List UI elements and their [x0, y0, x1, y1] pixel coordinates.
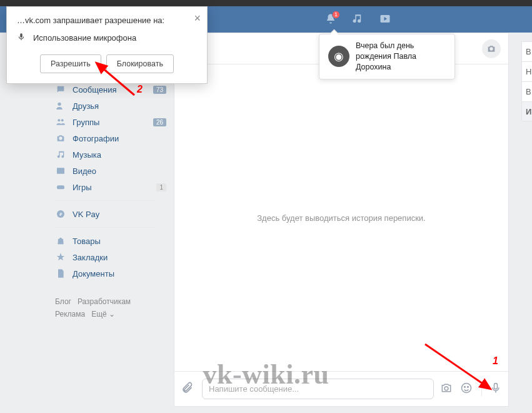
sidebar-item-goods[interactable]: Товары	[55, 233, 155, 249]
mic-icon	[17, 33, 26, 43]
bag-icon	[55, 236, 66, 246]
sidebar-item-groups[interactable]: Группы 26	[55, 114, 155, 130]
sidebar-item-label: Музыка	[73, 150, 101, 160]
sidebar-item-label: Товары	[73, 237, 101, 246]
chat-empty-text: Здесь будет выводиться история переписки…	[257, 213, 425, 223]
sidebar-item-label: Документы	[73, 269, 114, 278]
close-icon[interactable]: ×	[194, 12, 201, 25]
sidebar-item-label: Фотографии	[73, 134, 119, 143]
svg-point-3	[61, 119, 64, 121]
svg-line-13	[425, 344, 484, 385]
footer-links: Блог Разработчикам Реклама Ещё ⌄	[55, 295, 155, 321]
sidebar-item-games[interactable]: Игры 1	[55, 179, 155, 195]
avatar: ◉	[328, 46, 349, 67]
camera-button[interactable]	[482, 39, 501, 58]
rtab[interactable]: И	[521, 101, 532, 121]
sidebar-item-vkpay[interactable]: ₽ VK Pay	[55, 206, 155, 222]
svg-rect-5	[57, 185, 64, 189]
svg-point-2	[58, 119, 60, 121]
music-icon	[55, 150, 66, 160]
svg-point-1	[58, 103, 61, 106]
arrow-1-label: 1	[493, 355, 498, 366]
music-icon[interactable]	[352, 13, 363, 26]
sidebar-item-label: Видео	[73, 166, 96, 176]
sidebar-item-docs[interactable]: Документы	[55, 265, 155, 282]
footer-more[interactable]: Ещё ⌄	[91, 310, 115, 319]
footer-dev[interactable]: Разработчикам	[78, 297, 131, 306]
sidebar-item-photos[interactable]: Фотографии	[55, 130, 155, 146]
doc-icon	[55, 268, 66, 278]
bell-icon[interactable]: 1	[325, 13, 336, 26]
notification-text: Вчера был день рождения Павла Дорохина	[356, 41, 446, 73]
friends-icon	[55, 101, 66, 111]
notif-badge: 1	[332, 11, 340, 19]
rtab[interactable]: Н	[521, 61, 532, 81]
chat-body: Здесь будет выводиться история переписки…	[174, 65, 508, 371]
gamepad-icon	[55, 182, 66, 192]
badge: 26	[153, 118, 166, 126]
notification-popup[interactable]: ◉ Вчера был день рождения Павла Дорохина	[319, 34, 455, 79]
sidebar-item-music[interactable]: Музыка	[55, 146, 155, 163]
badge: 73	[153, 86, 166, 94]
footer-ads[interactable]: Реклама	[55, 310, 85, 319]
rtab[interactable]: В	[521, 81, 532, 101]
sidebar-item-label: VK Pay	[73, 210, 99, 219]
allow-button[interactable]: Разрешить	[40, 54, 101, 73]
sidebar-item-label: Игры	[73, 183, 92, 192]
sidebar-item-label: Группы	[73, 118, 99, 127]
footer-blog[interactable]: Блог	[55, 297, 71, 306]
svg-rect-4	[57, 168, 64, 173]
rtab[interactable]: В	[521, 41, 532, 61]
camera-icon	[55, 133, 66, 143]
sidebar: Сообщения 73 Друзья Группы 26 Фотографии…	[55, 81, 155, 321]
attach-icon[interactable]	[181, 382, 196, 396]
permission-title: …vk.com запрашивает разрешение на:	[17, 16, 197, 25]
svg-line-14	[102, 68, 134, 95]
sidebar-item-bookmarks[interactable]: Закладки	[55, 249, 155, 265]
permission-mic-label: Использование микрофона	[33, 33, 136, 43]
star-icon	[55, 252, 66, 262]
play-icon[interactable]	[379, 13, 391, 26]
arrow-2-label: 2	[136, 84, 143, 94]
sidebar-item-label: Друзья	[73, 101, 99, 111]
message-input[interactable]	[202, 379, 434, 399]
right-tabs: В Н В И	[521, 41, 532, 121]
groups-icon	[55, 117, 66, 127]
sidebar-item-video[interactable]: Видео	[55, 163, 155, 179]
message-icon	[55, 84, 66, 94]
badge: 1	[156, 183, 166, 191]
sidebar-item-label: Закладки	[73, 253, 108, 262]
pay-icon: ₽	[55, 209, 66, 219]
video-icon	[55, 166, 66, 176]
